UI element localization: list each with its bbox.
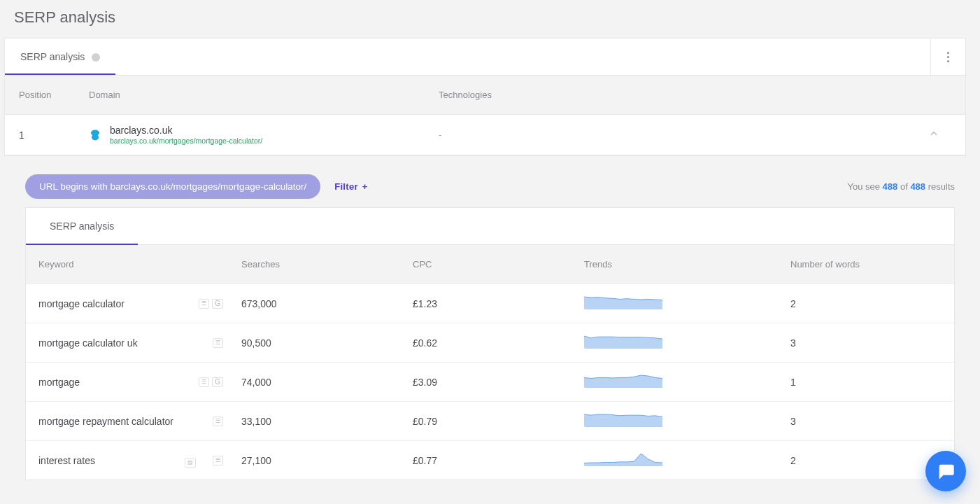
keyword-table-body: mortgage calculator673,000£1.232mortgage… <box>26 284 954 479</box>
keyword-cell[interactable]: mortgage calculator uk <box>38 337 241 349</box>
col-trends: Trends <box>584 259 790 270</box>
trend-sparkline <box>584 374 662 388</box>
keyword-row: mortgage repayment calculator33,100£0.79… <box>26 401 954 440</box>
words-cell: 2 <box>790 455 942 466</box>
dash-badge-icon <box>199 299 209 309</box>
kebab-icon <box>947 52 949 62</box>
url-filter-chip[interactable]: URL begins with barclays.co.uk/mortgages… <box>25 174 320 199</box>
add-filter-button[interactable]: Filter + <box>334 181 367 192</box>
barclays-favicon-icon <box>89 129 101 141</box>
technologies-cell: - <box>439 130 916 140</box>
domain-text: barclays.co.uk barclays.co.uk/mortgages/… <box>110 125 262 145</box>
col-cpc: CPC <box>413 259 584 270</box>
col-keyword: Keyword <box>38 259 241 270</box>
summary-suffix: results <box>925 181 955 192</box>
cpc-cell: £1.23 <box>413 298 584 309</box>
results-summary: You see 488 of 488 results <box>847 181 955 192</box>
summary-of: of <box>897 181 910 192</box>
keyword-cell[interactable]: mortgage repayment calculator <box>38 416 241 427</box>
words-cell: 2 <box>790 298 942 309</box>
dash-badge-icon <box>213 456 223 465</box>
trend-sparkline <box>584 295 662 309</box>
keyword-text: mortgage <box>38 377 80 388</box>
dash-badge-icon <box>213 338 223 348</box>
trend-cell <box>584 335 790 351</box>
dash-badge-icon <box>199 377 209 387</box>
searches-cell: 74,000 <box>241 377 413 388</box>
chat-fab[interactable] <box>925 451 966 491</box>
searches-cell: 90,500 <box>241 337 413 349</box>
keyword-badges <box>199 377 223 387</box>
words-cell: 3 <box>790 416 942 427</box>
keyword-text: mortgage calculator uk <box>38 337 138 349</box>
trend-cell <box>584 413 790 429</box>
gg-badge-icon <box>212 377 223 387</box>
trend-cell <box>584 452 790 468</box>
keyword-text: mortgage calculator <box>38 298 125 309</box>
keyword-table-head: Keyword Searches CPC Trends Number of wo… <box>26 245 954 284</box>
col-position: Position <box>19 90 89 100</box>
domain-url: barclays.co.uk/mortgages/mortgage-calcul… <box>110 136 262 145</box>
keyword-text: interest rates <box>38 455 95 466</box>
outer-card-tabs: SERP analysis <box>5 38 115 75</box>
domain-link[interactable]: barclays.co.uk <box>110 125 262 136</box>
cpc-cell: £0.79 <box>413 416 584 427</box>
keyword-row: mortgage calculator673,000£1.232 <box>26 284 954 323</box>
position-cell: 1 <box>19 130 89 141</box>
collapse-toggle[interactable] <box>916 129 951 141</box>
trend-cell <box>584 374 790 390</box>
dash-badge-icon <box>213 416 223 426</box>
inner-tab-serp-analysis[interactable]: SERP analysis <box>26 208 138 244</box>
keyword-cell[interactable]: mortgage calculator <box>38 298 241 309</box>
tab-label: SERP analysis <box>20 51 85 62</box>
keyword-badges <box>213 416 223 426</box>
keyword-text: mortgage repayment calculator <box>38 416 173 427</box>
trend-sparkline <box>584 452 662 466</box>
filter-label: Filter <box>334 181 358 192</box>
inner-tabs: SERP analysis <box>26 208 954 245</box>
keyword-badges <box>199 299 223 309</box>
words-cell: 1 <box>790 377 942 388</box>
serp-inner-card: SERP analysis Keyword Searches CPC Trend… <box>25 207 955 480</box>
cpc-cell: £0.62 <box>413 337 584 349</box>
keyword-table: Keyword Searches CPC Trends Number of wo… <box>26 245 954 479</box>
outer-columns-row: Position Domain Technologies <box>5 76 965 114</box>
keyword-cell[interactable]: interest rates <box>38 454 241 468</box>
searches-cell: 673,000 <box>241 298 413 309</box>
keyword-row: mortgage calculator uk90,500£0.623 <box>26 323 954 362</box>
plus-icon: + <box>360 181 368 192</box>
filters-bar: URL begins with barclays.co.uk/mortgages… <box>0 156 980 207</box>
cpc-cell: £0.77 <box>413 455 584 466</box>
keyword-row: mortgage74,000£3.091 <box>26 362 954 401</box>
keyword-badges <box>213 338 223 348</box>
chevron-up-icon <box>929 129 939 139</box>
trend-sparkline <box>584 413 662 427</box>
trend-cell <box>584 295 790 312</box>
col-words: Number of words <box>790 259 942 270</box>
card-menu-button[interactable] <box>930 38 965 75</box>
summary-prefix: You see <box>847 181 882 192</box>
domain-cell: barclays.co.uk barclays.co.uk/mortgages/… <box>89 125 439 145</box>
page-title: SERP analysis <box>0 0 980 34</box>
tab-serp-analysis[interactable]: SERP analysis <box>5 38 115 75</box>
keyword-badges <box>180 454 223 468</box>
searches-cell: 33,100 <box>241 416 413 427</box>
col-technologies: Technologies <box>439 90 951 100</box>
col-searches: Searches <box>241 259 413 270</box>
summary-total-count: 488 <box>910 181 925 192</box>
serp-outer-card: SERP analysis Position Domain Technologi… <box>4 38 966 156</box>
info-icon[interactable] <box>92 53 100 62</box>
keyword-row: interest rates27,100£0.772 <box>26 440 954 479</box>
outer-card-header: SERP analysis <box>5 38 965 76</box>
keyword-cell[interactable]: mortgage <box>38 377 241 388</box>
serp-result-row: 1 barclays.co.uk barclays.co.uk/mortgage… <box>5 114 965 155</box>
cpc-cell: £3.09 <box>413 377 584 388</box>
gg-badge-icon <box>212 299 223 309</box>
col-domain: Domain <box>89 90 439 100</box>
card-badge-icon <box>185 458 196 468</box>
words-cell: 3 <box>790 337 942 349</box>
trend-sparkline <box>584 335 662 349</box>
filters-left: URL begins with barclays.co.uk/mortgages… <box>25 174 368 199</box>
summary-visible-count: 488 <box>883 181 898 192</box>
searches-cell: 27,100 <box>241 455 413 466</box>
